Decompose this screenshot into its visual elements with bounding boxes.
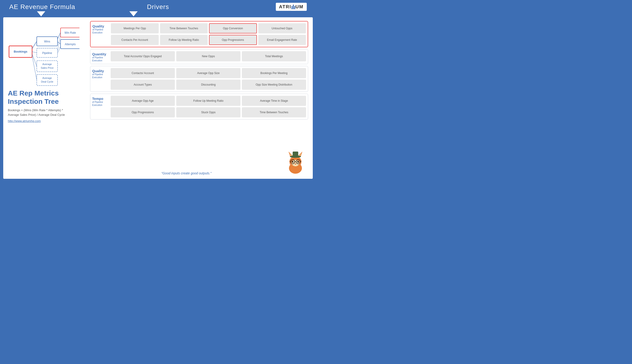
tempo-cards: Average Opp Age Follow Up Meeting Ratio … — [111, 96, 306, 118]
quantity-block: Quantity of PipelineExecution Total Acco… — [90, 49, 308, 64]
svg-line-19 — [32, 56, 37, 80]
card-time-between-touches: Time Between Touches — [160, 23, 208, 34]
arrow-center — [129, 11, 138, 16]
quality-block-2: Quality of PipelineExecution Contacts/ A… — [90, 66, 308, 92]
logo-text: ATRI — [279, 4, 291, 10]
quality-block-1: Quality of PipelineExecution Meetings Pe… — [90, 21, 308, 47]
inspection-title: AE Rep Metrics Inspection Tree — [8, 89, 86, 106]
quality2-cards: Contacts/ Account Average Opp Size Booki… — [111, 68, 306, 90]
bottom-left-content: AE Rep Metrics Inspection Tree Bookings … — [8, 89, 86, 123]
logo-box: ATRI UM — [276, 3, 307, 11]
card-average-opp-size: Average Opp Size — [176, 68, 241, 78]
svg-line-20 — [58, 32, 61, 39]
svg-point-47 — [290, 163, 292, 165]
tempo-row-1: Average Opp Age Follow Up Meeting Ratio … — [111, 96, 306, 106]
svg-text:Average: Average — [43, 63, 52, 66]
tree-svg: Bookings Wins Win Rate Attempts Pipeline… — [8, 21, 79, 89]
svg-text:Sales Price: Sales Price — [41, 66, 54, 69]
quote-container: "Good inputs create good outputs." — [90, 172, 283, 175]
quality-label-2: Quality of PipelineExecution — [92, 68, 109, 90]
website-link[interactable]: http://www.atriumhq.com — [8, 119, 41, 123]
right-section: Quality of PipelineExecution Meetings Pe… — [90, 21, 308, 175]
svg-rect-10 — [37, 61, 58, 72]
card-new-opps: New Opps — [176, 51, 241, 61]
formula-text: Bookings = (Wins (Win Rate * Attempts) *… — [8, 108, 86, 117]
svg-line-22 — [58, 35, 61, 50]
svg-text:Average: Average — [43, 76, 52, 79]
svg-text:Wins: Wins — [44, 40, 50, 43]
card-account-types: Account Types — [111, 80, 175, 90]
card-opp-conversion: Opp Conversion — [209, 23, 257, 34]
svg-rect-46 — [293, 152, 298, 157]
header-left-title: AE Revenue Formula — [9, 3, 75, 10]
card-total-accounts-opps: Total Accounts/ Opps Engaged — [111, 51, 175, 61]
card-opp-progressions-2: Opp Progressions — [111, 107, 175, 118]
card-meetings-per-opp: Meetings Per Opp — [111, 23, 159, 34]
left-section: Bookings Wins Win Rate Attempts Pipeline… — [8, 21, 86, 175]
svg-line-23 — [58, 46, 61, 53]
svg-rect-13 — [37, 74, 58, 86]
card-bookings-per-meeting: Bookings Per Meeting — [242, 68, 306, 78]
tempo-label: Tempo of PipelineExecution — [92, 96, 109, 118]
quality-row-1: Meetings Per Opp Time Between Touches Op… — [111, 23, 306, 34]
svg-line-16 — [32, 41, 37, 49]
quality2-row-1: Contacts/ Account Average Opp Size Booki… — [111, 68, 306, 78]
card-untouched-opps: Untouched Opps — [258, 23, 306, 34]
card-follow-up-meeting-ratio-2: Follow Up Meeting Ratio — [176, 96, 241, 106]
svg-point-44 — [295, 164, 296, 164]
svg-text:Attempts: Attempts — [65, 43, 76, 46]
svg-text:Bookings: Bookings — [14, 50, 27, 53]
quantity-cards: Total Accounts/ Opps Engaged New Opps To… — [111, 51, 306, 62]
card-discounting: Discounting — [176, 80, 241, 90]
logo-bars-icon — [292, 4, 295, 9]
svg-point-43 — [298, 161, 299, 162]
tempo-block: Tempo of PipelineExecution Average Opp A… — [90, 94, 308, 120]
quote-text: "Good inputs create good outputs." — [90, 172, 283, 175]
quality-cards-1: Meetings Per Opp Time Between Touches Op… — [111, 23, 306, 45]
svg-text:Deal Cycle: Deal Cycle — [41, 80, 53, 83]
card-time-between-touches-2: Time Between Touches — [242, 107, 306, 118]
card-total-meetings: Total Meetings — [242, 51, 306, 61]
header: AE Revenue Formula Drivers ATRI UM — [0, 0, 316, 11]
svg-text:Win Rate: Win Rate — [64, 31, 76, 34]
svg-point-42 — [293, 161, 294, 162]
quality2-row-2: Account Types Discounting Opp Size Meeti… — [111, 80, 306, 90]
svg-line-17 — [32, 52, 37, 53]
card-follow-up-meeting-ratio-1: Follow Up Meeting Ratio — [160, 35, 208, 45]
quality-label-1: Quality of PipelineExecution — [92, 23, 109, 45]
arrow-left — [37, 11, 45, 16]
main-panel: Bookings Wins Win Rate Attempts Pipeline… — [3, 17, 313, 179]
card-contacts-per-account: Contacts Per Account — [111, 35, 159, 45]
header-center-title: Drivers — [147, 3, 169, 10]
bottom-row: "Good inputs create good outputs." — [90, 150, 308, 175]
card-email-engagement-rate: Email Engagement Rate — [258, 35, 306, 45]
card-opp-progressions-1: Opp Progressions — [209, 35, 257, 45]
quality-row-2: Contacts Per Account Follow Up Meeting R… — [111, 35, 306, 45]
card-stuck-opps: Stuck Opps — [176, 107, 241, 118]
logo-text-um: UM — [295, 4, 304, 10]
tempo-row-2: Opp Progressions Stuck Opps Time Between… — [111, 107, 306, 118]
card-opp-size-meeting-distribution: Opp Size Meeting Distribution — [242, 80, 306, 90]
card-average-opp-age: Average Opp Age — [111, 96, 175, 106]
fox-svg — [283, 150, 308, 175]
svg-point-48 — [299, 163, 301, 165]
quantity-label: Quantity of PipelineExecution — [92, 51, 109, 62]
card-average-time-in-stage: Average Time in Stage — [242, 96, 306, 106]
svg-text:Pipeline: Pipeline — [42, 52, 52, 55]
card-contacts-account: Contacts/ Account — [111, 68, 175, 78]
fox-mascot — [283, 150, 308, 175]
quantity-row-1: Total Accounts/ Opps Engaged New Opps To… — [111, 51, 306, 61]
